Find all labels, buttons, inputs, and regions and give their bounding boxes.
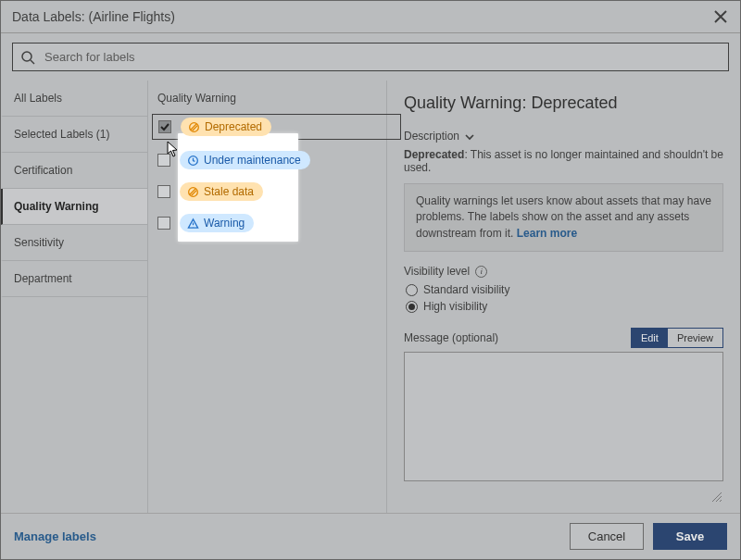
- search-icon: [20, 50, 35, 65]
- footer: Manage labels Cancel Save: [1, 513, 740, 559]
- radio-standard-visibility[interactable]: Standard visibility: [406, 283, 723, 296]
- detail-panel: Quality Warning: Deprecated Description …: [386, 81, 740, 513]
- chip-label: Under maintenance: [204, 154, 301, 167]
- info-box: Quality warnings let users know about as…: [404, 183, 723, 252]
- sidebar-item-department[interactable]: Department: [1, 261, 147, 297]
- sidebar-label: Sensitivity: [14, 236, 64, 249]
- label-list-title: Quality Warning: [157, 92, 373, 105]
- sidebar-item-sensitivity[interactable]: Sensitivity: [1, 225, 147, 261]
- sidebar-label: Quality Warning: [14, 200, 99, 213]
- description-text: Deprecated: This asset is no longer main…: [404, 148, 723, 174]
- visibility-label-row: Visibility level i: [404, 265, 723, 278]
- search-bar[interactable]: [12, 43, 729, 71]
- titlebar: Data Labels: (Airline Flights): [1, 1, 740, 33]
- sidebar-label: Certification: [14, 164, 72, 177]
- chip-label: Warning: [204, 217, 245, 230]
- dialog-title: Data Labels: (Airline Flights): [12, 9, 175, 24]
- chevron-down-icon: [465, 131, 474, 141]
- detail-heading: Quality Warning: Deprecated: [404, 93, 723, 113]
- cancel-button[interactable]: Cancel: [570, 523, 644, 550]
- data-labels-dialog: Data Labels: (Airline Flights) All Label…: [0, 0, 741, 560]
- close-icon[interactable]: [712, 8, 729, 25]
- warn-striped-icon: [187, 186, 199, 198]
- chip-label: Deprecated: [205, 120, 262, 133]
- sidebar: All Labels Selected Labels (1) Certifica…: [1, 81, 147, 513]
- radio-high-visibility[interactable]: High visibility: [406, 300, 723, 313]
- message-textarea[interactable]: [404, 352, 723, 481]
- chip-warning: Warning: [180, 214, 254, 232]
- chip-deprecated: Deprecated: [181, 118, 271, 136]
- svg-point-0: [22, 52, 31, 61]
- search-input[interactable]: [43, 49, 721, 65]
- save-button[interactable]: Save: [653, 523, 727, 550]
- description-toggle[interactable]: Description: [404, 130, 723, 143]
- checkbox-warning[interactable]: [157, 217, 170, 230]
- manage-labels-link[interactable]: Manage labels: [14, 529, 96, 543]
- warn-triangle-icon: [187, 218, 199, 230]
- sidebar-item-all-labels[interactable]: All Labels: [1, 81, 147, 117]
- wrench-clock-icon: [187, 155, 199, 167]
- chip-label: Stale data: [204, 185, 254, 198]
- sidebar-label: Department: [14, 272, 72, 285]
- chip-under-maintenance: Under maintenance: [180, 151, 310, 169]
- learn-more-link[interactable]: Learn more: [517, 227, 577, 240]
- edit-preview-toggle: Edit Preview: [631, 328, 723, 348]
- dialog-body: All Labels Selected Labels (1) Certifica…: [1, 81, 740, 513]
- radio-icon: [406, 301, 418, 313]
- sidebar-item-selected-labels[interactable]: Selected Labels (1): [1, 117, 147, 153]
- visibility-radio-group: Standard visibility High visibility: [406, 283, 723, 313]
- message-area-wrap: [404, 352, 723, 504]
- checkbox-under-maintenance[interactable]: [157, 154, 170, 167]
- visibility-label: Visibility level: [404, 265, 470, 278]
- svg-point-3: [189, 187, 198, 196]
- edit-tab[interactable]: Edit: [632, 329, 668, 347]
- resize-handle-icon: [712, 492, 722, 502]
- footer-buttons: Cancel Save: [570, 523, 727, 550]
- sidebar-label: All Labels: [14, 92, 62, 105]
- chip-stale-data: Stale data: [180, 182, 263, 201]
- description-label: Description: [404, 130, 459, 143]
- checkbox-stale-data[interactable]: [157, 185, 170, 198]
- info-icon[interactable]: i: [475, 266, 487, 278]
- preview-tab[interactable]: Preview: [668, 329, 722, 347]
- checkbox-deprecated[interactable]: [158, 120, 171, 133]
- sidebar-item-quality-warning[interactable]: Quality Warning: [1, 189, 147, 225]
- radio-label: Standard visibility: [423, 283, 509, 296]
- desc-bold: Deprecated: [404, 148, 464, 161]
- radio-label: High visibility: [423, 300, 487, 313]
- message-header: Message (optional) Edit Preview: [404, 328, 723, 348]
- sidebar-item-certification[interactable]: Certification: [1, 153, 147, 189]
- message-label: Message (optional): [404, 331, 498, 344]
- sidebar-label: Selected Labels (1): [14, 128, 109, 141]
- label-row-under-maintenance[interactable]: Under maintenance: [157, 149, 373, 171]
- svg-point-1: [190, 122, 199, 131]
- warn-striped-icon: [188, 121, 200, 133]
- radio-icon: [406, 284, 418, 296]
